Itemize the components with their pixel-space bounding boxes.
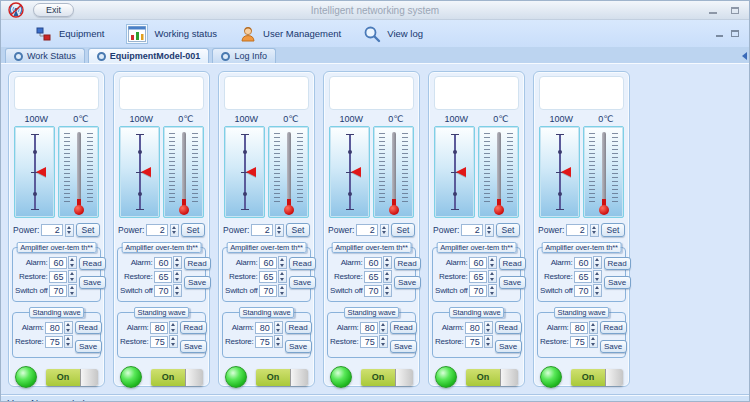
toggle-handle[interactable]	[80, 369, 98, 386]
read-button[interactable]: Read	[390, 321, 417, 334]
switch-off-spinner[interactable]	[68, 284, 77, 297]
power-input[interactable]: 2	[146, 224, 167, 236]
restore-input[interactable]: 65	[364, 271, 382, 283]
restore-spinner[interactable]	[274, 335, 283, 348]
restore-spinner[interactable]	[593, 270, 602, 283]
restore-input[interactable]: 75	[150, 336, 168, 348]
restore-input[interactable]: 65	[154, 271, 172, 283]
switch-off-input[interactable]: 70	[574, 285, 592, 297]
toolbar-equipment-button[interactable]: Equipment	[35, 25, 104, 43]
alarm-spinner[interactable]	[379, 321, 388, 334]
read-button[interactable]: Read	[184, 257, 211, 270]
on-off-toggle[interactable]: On	[466, 369, 518, 386]
switch-off-spinner[interactable]	[488, 284, 497, 297]
power-spinner[interactable]	[485, 224, 494, 237]
set-button[interactable]: Set	[496, 223, 520, 237]
read-button[interactable]: Read	[604, 257, 631, 270]
restore-spinner[interactable]	[379, 335, 388, 348]
alarm-spinner[interactable]	[484, 321, 493, 334]
alarm-spinner[interactable]	[278, 256, 287, 269]
alarm-input[interactable]: 60	[154, 257, 172, 269]
power-spinner[interactable]	[170, 224, 179, 237]
read-button[interactable]: Read	[285, 321, 312, 334]
restore-input[interactable]: 65	[49, 271, 67, 283]
restore-spinner[interactable]	[169, 335, 178, 348]
switch-off-spinner[interactable]	[593, 284, 602, 297]
on-off-toggle[interactable]: On	[46, 369, 98, 386]
restore-spinner[interactable]	[488, 270, 497, 283]
switch-off-input[interactable]: 70	[364, 285, 382, 297]
save-button[interactable]: Save	[604, 276, 631, 289]
save-button[interactable]: Save	[285, 340, 312, 353]
alarm-input[interactable]: 80	[45, 322, 63, 334]
alarm-input[interactable]: 80	[150, 322, 168, 334]
alarm-input[interactable]: 80	[465, 322, 483, 334]
tab-equipment-model-001[interactable]: EquipmentModel-001	[88, 48, 210, 63]
restore-spinner[interactable]	[173, 270, 182, 283]
tab-scroll-arrow-icon[interactable]	[742, 52, 747, 60]
read-button[interactable]: Read	[600, 321, 627, 334]
alarm-spinner[interactable]	[274, 321, 283, 334]
read-button[interactable]: Read	[75, 321, 102, 334]
restore-spinner[interactable]	[383, 270, 392, 283]
save-button[interactable]: Save	[180, 340, 207, 353]
restore-input[interactable]: 75	[360, 336, 378, 348]
restore-spinner[interactable]	[64, 335, 73, 348]
minimize-icon[interactable]	[709, 12, 717, 14]
restore-input[interactable]: 65	[469, 271, 487, 283]
power-input[interactable]: 2	[356, 224, 377, 236]
restore-input[interactable]: 75	[570, 336, 588, 348]
set-button[interactable]: Set	[391, 223, 415, 237]
alarm-spinner[interactable]	[173, 256, 182, 269]
alarm-input[interactable]: 80	[255, 322, 273, 334]
power-spinner[interactable]	[65, 224, 74, 237]
power-input[interactable]: 2	[566, 224, 587, 236]
read-button[interactable]: Read	[495, 321, 522, 334]
switch-off-input[interactable]: 70	[49, 285, 67, 297]
read-button[interactable]: Read	[394, 257, 421, 270]
alarm-input[interactable]: 60	[469, 257, 487, 269]
alarm-spinner[interactable]	[68, 256, 77, 269]
on-off-toggle[interactable]: On	[361, 369, 413, 386]
read-button[interactable]: Read	[289, 257, 316, 270]
toggle-handle[interactable]	[290, 369, 308, 386]
save-button[interactable]: Save	[79, 276, 106, 289]
tab-work-status[interactable]: Work Status	[5, 48, 85, 63]
mdi-restore-icon[interactable]	[731, 30, 739, 37]
switch-off-input[interactable]: 70	[469, 285, 487, 297]
switch-off-input[interactable]: 70	[259, 285, 277, 297]
set-button[interactable]: Set	[76, 223, 100, 237]
toolbar-view-log-button[interactable]: View log	[363, 25, 423, 43]
switch-off-spinner[interactable]	[173, 284, 182, 297]
alarm-spinner[interactable]	[169, 321, 178, 334]
toggle-handle[interactable]	[395, 369, 413, 386]
restore-input[interactable]: 75	[465, 336, 483, 348]
set-button[interactable]: Set	[181, 223, 205, 237]
restore-spinner[interactable]	[484, 335, 493, 348]
power-spinner[interactable]	[590, 224, 599, 237]
toggle-handle[interactable]	[185, 369, 203, 386]
restore-input[interactable]: 75	[255, 336, 273, 348]
alarm-spinner[interactable]	[593, 256, 602, 269]
alarm-spinner[interactable]	[488, 256, 497, 269]
alarm-spinner[interactable]	[589, 321, 598, 334]
alarm-input[interactable]: 60	[364, 257, 382, 269]
on-off-toggle[interactable]: On	[151, 369, 203, 386]
set-button[interactable]: Set	[286, 223, 310, 237]
switch-off-spinner[interactable]	[383, 284, 392, 297]
restore-input[interactable]: 65	[259, 271, 277, 283]
restore-spinner[interactable]	[68, 270, 77, 283]
on-off-toggle[interactable]: On	[571, 369, 623, 386]
read-button[interactable]: Read	[180, 321, 207, 334]
set-button[interactable]: Set	[601, 223, 625, 237]
maximize-icon[interactable]	[731, 7, 739, 14]
read-button[interactable]: Read	[79, 257, 106, 270]
toggle-handle[interactable]	[605, 369, 623, 386]
save-button[interactable]: Save	[75, 340, 102, 353]
save-button[interactable]: Save	[390, 340, 417, 353]
restore-input[interactable]: 75	[45, 336, 63, 348]
alarm-input[interactable]: 60	[49, 257, 67, 269]
switch-off-input[interactable]: 70	[154, 285, 172, 297]
alarm-spinner[interactable]	[64, 321, 73, 334]
restore-spinner[interactable]	[589, 335, 598, 348]
